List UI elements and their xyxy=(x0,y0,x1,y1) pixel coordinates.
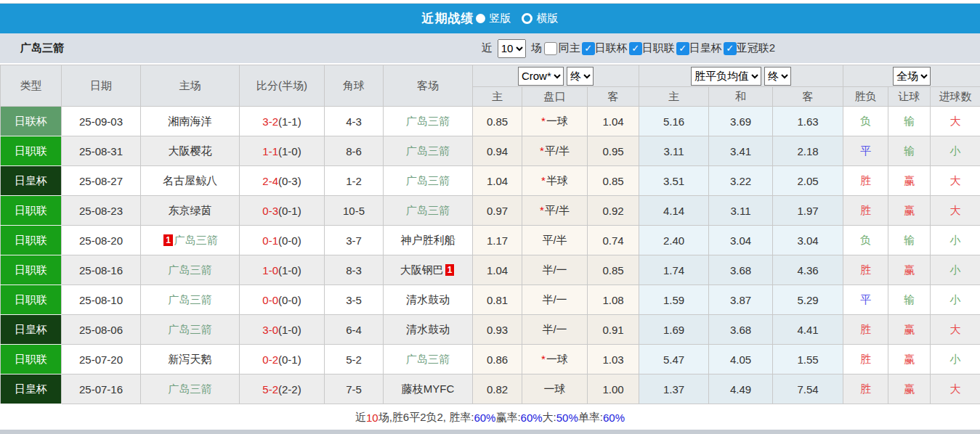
home-team-name: 广岛三箭 xyxy=(169,323,212,335)
cell-avg-2: 7.54 xyxy=(773,374,843,404)
line-text: 半球 xyxy=(546,174,568,187)
star-mark: * xyxy=(541,115,546,127)
table-row: 日职联25-08-10广岛三箭0-0(0-0)3-5清水鼓动0.81半/一1.0… xyxy=(1,285,980,315)
sub-header-odds-line: 盘口 xyxy=(522,87,588,107)
cell-avg-0: 1.74 xyxy=(639,255,709,285)
home-team-name: 广岛三箭 xyxy=(169,293,212,306)
cell-avg-0: 1.59 xyxy=(639,285,709,315)
cell-avg-0: 4.14 xyxy=(639,196,709,226)
summary-part-2: 场,胜6平2负2, 胜率: xyxy=(378,411,474,425)
cell-score: 3-2(1-1) xyxy=(240,107,325,136)
away-team-name: 广岛三箭 xyxy=(406,204,450,216)
checkbox-label-4[interactable]: 亚冠联2 xyxy=(737,41,775,55)
table-row: 日皇杯25-08-06广岛三箭3-0(1-0)6-4清水鼓动0.93半/一0.9… xyxy=(1,315,980,345)
cell-handicap: 赢 xyxy=(888,166,931,196)
filters-group: 近 10 场 同主✓日联杯✓日职联✓日皇杯✓亚冠联2 xyxy=(482,33,777,63)
vertical-layout-label[interactable]: 竖版 xyxy=(490,12,511,25)
cell-date: 25-08-06 xyxy=(62,315,141,345)
fulltime-score: 1-1 xyxy=(262,145,278,157)
results-table-body: 日联杯25-09-03湘南海洋3-2(1-1)4-3广岛三箭0.85*一球1.0… xyxy=(1,107,980,404)
average-time-select[interactable]: 终 xyxy=(764,67,791,86)
cell-odds-line: 半/一 xyxy=(522,315,588,345)
scope-select[interactable]: 全场 xyxy=(893,67,931,86)
cell-avg-2: 1.55 xyxy=(773,345,843,374)
cell-match-type: 日职联 xyxy=(1,136,62,166)
halftime-score: (1-0) xyxy=(278,145,301,157)
filter-bar: 广岛三箭 近 10 场 同主✓日联杯✓日职联✓日皇杯✓亚冠联2 xyxy=(0,33,980,65)
cell-corners: 10-5 xyxy=(325,196,384,226)
horizontal-layout-radio[interactable] xyxy=(522,13,532,24)
summary-line: 近10场,胜6平2负2, 胜率:60% 赢率:60% 大:50% 单率:60% xyxy=(0,404,980,431)
team-name: 广岛三箭 xyxy=(20,41,64,55)
cell-avg-2: 1.97 xyxy=(773,196,843,226)
checkbox-label-3[interactable]: 日皇杯 xyxy=(689,41,722,55)
checkbox-label-2[interactable]: 日职联 xyxy=(642,41,675,55)
home-team-name: 名古屋鲸八 xyxy=(163,174,217,187)
cell-corners: 8-6 xyxy=(325,136,384,166)
cell-odds-line: 半/一 xyxy=(522,255,588,285)
table-row: 日职联25-08-16广岛三箭1-0(1-0)8-3大阪钢巴11.04半/一0.… xyxy=(1,255,980,285)
cell-odds-away: 1.03 xyxy=(588,345,639,374)
fulltime-score: 3-2 xyxy=(262,115,278,128)
average-type-select[interactable]: 胜平负均值 xyxy=(691,67,761,86)
cell-odds-line: *一球 xyxy=(522,345,588,374)
results-table: 类型 日期 主场 比分(半场) 角球 客场 Crow* 终 胜平负均值 终 全场… xyxy=(0,65,980,404)
cell-corners: 3-5 xyxy=(325,285,384,315)
cell-avg-0: 1.69 xyxy=(639,315,709,345)
table-row: 日职联25-07-20新泻天鹅0-2(0-1)5-2广岛三箭0.86*一球1.0… xyxy=(1,345,980,374)
checkbox-4[interactable]: ✓ xyxy=(724,42,737,55)
cell-odds-line: *平/半 xyxy=(522,196,588,226)
checkbox-label-0[interactable]: 同主 xyxy=(559,41,580,55)
cell-away-team: 广岛三箭 xyxy=(384,345,473,374)
cell-score: 0-1(0-0) xyxy=(240,226,325,255)
away-team-name: 广岛三箭 xyxy=(406,115,450,127)
cell-date: 25-07-20 xyxy=(62,345,141,374)
star-mark: * xyxy=(541,353,546,365)
home-team-name: 广岛三箭 xyxy=(174,234,218,246)
cell-date: 25-08-16 xyxy=(62,255,141,285)
checkbox-1[interactable]: ✓ xyxy=(582,42,595,55)
table-row: 日皇杯25-07-16广岛三箭5-2(2-2)7-5藤枝MYFC0.82一球1.… xyxy=(1,374,980,404)
cell-odds-home: 0.85 xyxy=(473,107,522,136)
cell-corners: 5-2 xyxy=(325,345,384,374)
vertical-layout-radio[interactable] xyxy=(476,14,485,23)
cell-home-team: 广岛三箭 xyxy=(141,374,240,404)
horizontal-layout-label[interactable]: 横版 xyxy=(537,12,559,25)
cell-score: 1-1(1-0) xyxy=(240,136,325,166)
cell-outcome: 胜 xyxy=(843,166,888,196)
cell-outcome: 平 xyxy=(843,285,888,315)
cell-odds-away: 0.85 xyxy=(588,166,639,196)
sub-header-handicap: 让球 xyxy=(888,87,931,107)
cell-handicap: 赢 xyxy=(888,345,931,374)
halftime-score: (1-1) xyxy=(278,115,301,128)
table-row: 日皇杯25-08-27名古屋鲸八2-4(0-3)1-2广岛三箭1.04*半球0.… xyxy=(1,166,980,196)
odds-time-select[interactable]: 终 xyxy=(567,67,594,86)
checkbox-0[interactable] xyxy=(544,42,557,55)
checkbox-label-1[interactable]: 日联杯 xyxy=(595,41,628,55)
cell-corners: 6-4 xyxy=(325,315,384,345)
cell-odds-home: 1.17 xyxy=(473,226,522,255)
cell-match-type: 日职联 xyxy=(1,255,62,285)
cell-avg-0: 3.51 xyxy=(639,166,709,196)
checkbox-3[interactable]: ✓ xyxy=(676,42,689,55)
games-count-select[interactable]: 10 xyxy=(498,39,526,58)
cell-avg-2: 4.41 xyxy=(773,315,843,345)
cell-goals: 小 xyxy=(931,345,980,374)
checkbox-2[interactable]: ✓ xyxy=(629,42,642,55)
cell-goals: 大 xyxy=(931,196,980,226)
cell-avg-1: 3.41 xyxy=(709,136,773,166)
col-header-date: 日期 xyxy=(62,65,141,107)
cell-odds-line: *一球 xyxy=(522,107,588,136)
cell-goals: 大 xyxy=(931,166,980,196)
cell-avg-1: 3.87 xyxy=(709,285,773,315)
cell-match-type: 日职联 xyxy=(1,285,62,315)
cell-goals: 小 xyxy=(931,285,980,315)
sub-header-avg-draw: 和 xyxy=(709,87,773,107)
cell-score: 5-2(2-2) xyxy=(240,374,325,404)
odds-company-select[interactable]: Crow* xyxy=(518,67,564,86)
cell-home-team: 东京绿茵 xyxy=(141,196,240,226)
home-team-name: 广岛三箭 xyxy=(169,263,212,276)
cell-corners: 1-2 xyxy=(325,166,384,196)
cell-score: 2-4(0-3) xyxy=(240,166,325,196)
cell-away-team: 大阪钢巴1 xyxy=(384,255,473,285)
